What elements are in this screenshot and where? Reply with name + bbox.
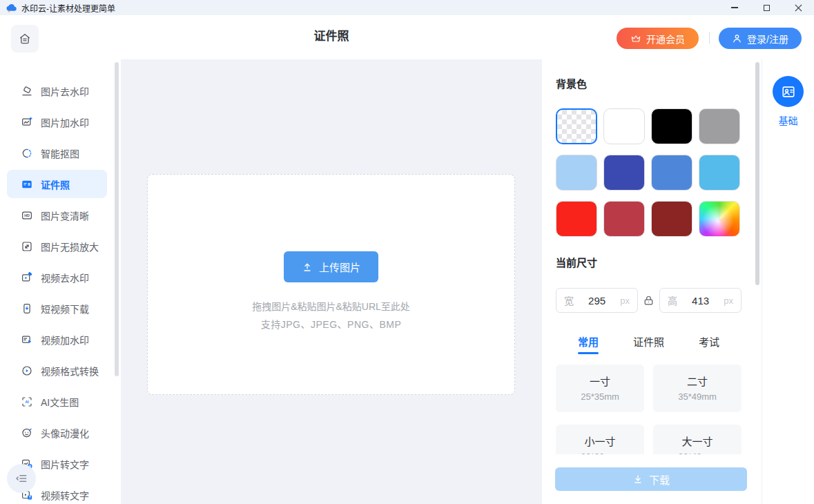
login-register-label: 登录/注册 bbox=[747, 32, 788, 46]
close-icon bbox=[795, 4, 802, 12]
basic-mode-label: 基础 bbox=[762, 113, 814, 127]
swatch-sky-blue[interactable] bbox=[699, 155, 740, 191]
open-vip-button[interactable]: 开通会员 bbox=[617, 28, 699, 49]
swatch-transparent[interactable] bbox=[556, 108, 597, 144]
basic-mode-button[interactable] bbox=[773, 76, 804, 107]
enlarge-icon bbox=[21, 240, 33, 253]
svg-text:T: T bbox=[29, 496, 31, 499]
tab-common[interactable]: 常用 bbox=[578, 334, 599, 354]
collapse-menu-icon bbox=[14, 472, 28, 485]
sidebar-item-video-format-convert[interactable]: 视频格式转换 bbox=[0, 355, 121, 386]
cutout-icon bbox=[21, 147, 33, 159]
sidebar-item-short-video-download[interactable]: 短视频下载 bbox=[0, 293, 121, 324]
download-bar: 下载 bbox=[542, 454, 762, 504]
current-size-title: 当前尺寸 bbox=[556, 255, 597, 269]
preset-size: 35*49mm bbox=[653, 391, 742, 402]
settings-panel: 背景色 当前尺寸 宽 295 px bbox=[542, 59, 762, 504]
app-header: 证件照 开通会员 登录/注册 bbox=[0, 15, 814, 59]
upload-icon bbox=[302, 262, 313, 273]
window-title: 水印云-让素材处理更简单 bbox=[21, 2, 115, 14]
eraser-icon bbox=[21, 85, 33, 97]
format-convert-icon bbox=[21, 365, 33, 377]
download-button[interactable]: 下载 bbox=[555, 467, 747, 491]
sidebar-item-label: 视频转文字 bbox=[41, 488, 89, 502]
tab-exam[interactable]: 考试 bbox=[699, 334, 719, 354]
sidebar-scrollbar[interactable] bbox=[115, 62, 119, 376]
sidebar-item-label: 头像动漫化 bbox=[41, 426, 89, 440]
minimize-button[interactable] bbox=[719, 0, 750, 15]
sidebar: 图片去水印 图片加水印 智能抠图 bbox=[0, 59, 121, 504]
dropzone-hint: 拖拽图片&粘贴图片&粘贴URL至此处 bbox=[252, 299, 410, 313]
phone-download-icon bbox=[21, 302, 33, 315]
sidebar-item-lossless-enlarge[interactable]: 图片无损放大 bbox=[0, 231, 121, 262]
preset-name: 大一寸 bbox=[653, 434, 742, 448]
sidebar-item-image-watermark-remove[interactable]: 图片去水印 bbox=[0, 75, 121, 106]
sidebar-item-image-enhance[interactable]: HD 图片变清晰 bbox=[0, 200, 121, 231]
swatch-custom-color-picker[interactable] bbox=[699, 201, 740, 237]
settings-panel-scrollbar[interactable] bbox=[755, 62, 759, 285]
minimize-icon bbox=[731, 7, 738, 8]
cartoon-face-icon bbox=[21, 427, 33, 439]
swatch-medium-blue[interactable] bbox=[651, 155, 692, 191]
sidebar-item-label: 视频去水印 bbox=[41, 271, 89, 284]
user-icon bbox=[732, 33, 742, 43]
sidebar-item-label: AI文生图 bbox=[41, 395, 79, 409]
sidebar-item-ai-text-to-image[interactable]: AI AI文生图 bbox=[0, 386, 121, 417]
swatch-red[interactable] bbox=[556, 201, 597, 237]
app-window: 水印云-让素材处理更简单 证件照 开通会员 bbox=[0, 0, 814, 504]
size-category-tabs: 常用 证件照 考试 bbox=[578, 334, 719, 354]
background-color-grid bbox=[556, 108, 740, 237]
width-input[interactable]: 宽 295 px bbox=[556, 288, 638, 313]
app-logo-cloud-icon bbox=[6, 3, 17, 12]
swatch-dark-red[interactable] bbox=[651, 201, 692, 237]
maximize-button[interactable] bbox=[750, 0, 782, 15]
ai-image-icon: AI bbox=[21, 396, 33, 408]
page-title: 证件照 bbox=[121, 15, 542, 59]
height-input[interactable]: 高 413 px bbox=[659, 288, 742, 313]
width-unit: px bbox=[620, 295, 630, 306]
swatch-royal-blue[interactable] bbox=[603, 155, 645, 191]
sidebar-item-label: 证件照 bbox=[41, 177, 70, 191]
sidebar-item-label: 图片去水印 bbox=[41, 84, 89, 98]
download-icon bbox=[632, 474, 643, 485]
sidebar-item-video-watermark-add[interactable]: 视频加水印 bbox=[0, 324, 121, 355]
sidebar-item-label: 图片转文字 bbox=[41, 457, 89, 471]
height-unit: px bbox=[724, 295, 733, 306]
tab-id-photo[interactable]: 证件照 bbox=[633, 334, 664, 354]
swatch-crimson[interactable] bbox=[603, 201, 645, 237]
sidebar-item-smart-cutout[interactable]: 智能抠图 bbox=[0, 137, 121, 168]
width-label: 宽 bbox=[564, 293, 574, 307]
sidebar-item-image-watermark-add[interactable]: 图片加水印 bbox=[0, 106, 121, 137]
width-value[interactable]: 295 bbox=[574, 295, 620, 307]
height-label: 高 bbox=[668, 293, 677, 307]
home-icon bbox=[18, 32, 32, 46]
size-inputs-row: 宽 295 px 高 413 px bbox=[556, 288, 742, 313]
preset-name: 小一寸 bbox=[556, 434, 644, 448]
crown-icon bbox=[630, 34, 641, 43]
sidebar-item-video-watermark-remove[interactable]: 视频去水印 bbox=[0, 262, 121, 293]
aspect-lock-button[interactable] bbox=[638, 295, 659, 307]
lock-icon bbox=[643, 295, 655, 307]
swatch-black[interactable] bbox=[651, 108, 692, 144]
sidebar-item-id-photo[interactable]: 8 证件照 bbox=[7, 170, 107, 198]
swatch-white[interactable] bbox=[603, 108, 645, 144]
sidebar-item-avatar-cartoonize[interactable]: 头像动漫化 bbox=[0, 417, 121, 448]
titlebar: 水印云-让素材处理更简单 bbox=[0, 0, 814, 15]
swatch-light-blue[interactable] bbox=[556, 155, 597, 191]
home-button[interactable] bbox=[11, 25, 39, 52]
upload-dropzone[interactable]: 上传图片 拖拽图片&粘贴图片&粘贴URL至此处 支持JPG、JPEG、PNG、B… bbox=[147, 174, 515, 395]
preset-one-inch[interactable]: 一寸 25*35mm bbox=[556, 365, 644, 412]
sidebar-collapse-button[interactable] bbox=[7, 464, 36, 493]
sidebar-item-label: 图片无损放大 bbox=[41, 240, 99, 253]
sidebar-tool-list: 图片去水印 图片加水印 智能抠图 bbox=[0, 59, 121, 504]
upload-image-label: 上传图片 bbox=[319, 260, 360, 274]
login-register-button[interactable]: 登录/注册 bbox=[719, 28, 802, 49]
preset-name: 一寸 bbox=[556, 374, 644, 388]
id-card-icon: 8 bbox=[21, 178, 33, 191]
swatch-gray[interactable] bbox=[699, 108, 740, 144]
close-button[interactable] bbox=[782, 0, 814, 15]
preset-two-inch[interactable]: 二寸 35*49mm bbox=[653, 365, 742, 412]
sidebar-item-label: 图片加水印 bbox=[41, 115, 89, 129]
height-value[interactable]: 413 bbox=[677, 295, 724, 307]
upload-image-button[interactable]: 上传图片 bbox=[284, 251, 378, 282]
